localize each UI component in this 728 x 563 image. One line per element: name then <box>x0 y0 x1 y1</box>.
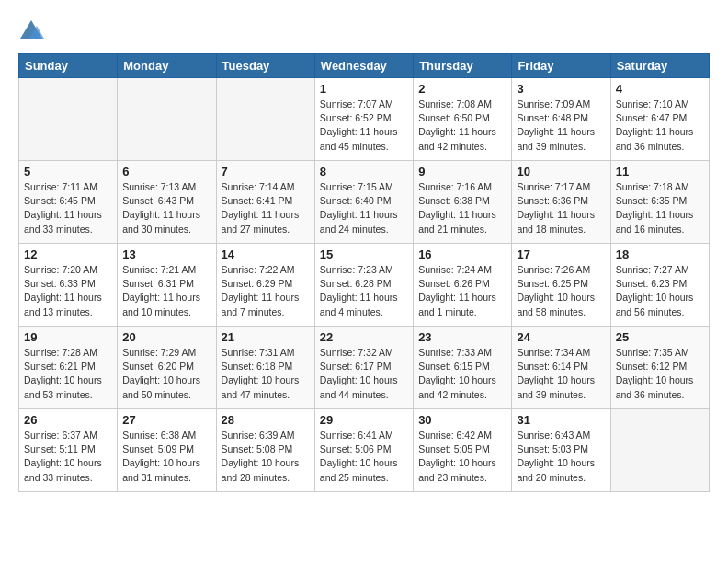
week-row-2: 5Sunrise: 7:11 AM Sunset: 6:45 PM Daylig… <box>19 161 710 244</box>
calendar-cell: 17Sunrise: 7:26 AM Sunset: 6:25 PM Dayli… <box>512 244 610 327</box>
day-number: 17 <box>517 247 605 261</box>
day-info: Sunrise: 7:34 AM Sunset: 6:14 PM Dayligh… <box>517 346 605 402</box>
column-header-wednesday: Wednesday <box>314 54 413 78</box>
day-info: Sunrise: 7:31 AM Sunset: 6:18 PM Dayligh… <box>222 346 310 402</box>
day-info: Sunrise: 7:27 AM Sunset: 6:23 PM Dayligh… <box>616 263 704 319</box>
day-info: Sunrise: 7:28 AM Sunset: 6:21 PM Dayligh… <box>24 346 112 402</box>
day-number: 25 <box>616 330 704 344</box>
day-number: 18 <box>616 247 704 261</box>
calendar-cell <box>118 78 216 161</box>
day-info: Sunrise: 6:38 AM Sunset: 5:09 PM Dayligh… <box>122 429 210 485</box>
calendar-cell: 21Sunrise: 7:31 AM Sunset: 6:18 PM Dayli… <box>216 327 314 409</box>
day-number: 1 <box>320 82 408 96</box>
calendar-cell: 4Sunrise: 7:10 AM Sunset: 6:47 PM Daylig… <box>610 78 709 161</box>
calendar-table: SundayMondayTuesdayWednesdayThursdayFrid… <box>18 53 710 492</box>
day-info: Sunrise: 6:42 AM Sunset: 5:05 PM Dayligh… <box>418 429 506 485</box>
calendar-cell: 26Sunrise: 6:37 AM Sunset: 5:11 PM Dayli… <box>19 409 118 492</box>
day-number: 8 <box>320 165 408 178</box>
column-header-sunday: Sunday <box>19 54 118 78</box>
calendar-cell <box>19 78 118 161</box>
header <box>18 18 710 44</box>
day-number: 29 <box>320 413 408 427</box>
day-info: Sunrise: 7:15 AM Sunset: 6:40 PM Dayligh… <box>320 180 408 236</box>
calendar-cell: 1Sunrise: 7:07 AM Sunset: 6:52 PM Daylig… <box>314 78 413 161</box>
day-number: 12 <box>24 247 112 261</box>
calendar-cell: 5Sunrise: 7:11 AM Sunset: 6:45 PM Daylig… <box>19 161 118 244</box>
day-number: 26 <box>24 413 112 427</box>
day-info: Sunrise: 6:39 AM Sunset: 5:08 PM Dayligh… <box>222 429 310 485</box>
day-number: 10 <box>517 165 605 178</box>
calendar-cell: 20Sunrise: 7:29 AM Sunset: 6:20 PM Dayli… <box>118 327 216 409</box>
day-info: Sunrise: 7:07 AM Sunset: 6:52 PM Dayligh… <box>320 98 408 154</box>
column-header-monday: Monday <box>118 54 216 78</box>
day-info: Sunrise: 7:20 AM Sunset: 6:33 PM Dayligh… <box>24 263 112 319</box>
calendar-cell: 10Sunrise: 7:17 AM Sunset: 6:36 PM Dayli… <box>512 161 610 244</box>
day-info: Sunrise: 6:43 AM Sunset: 5:03 PM Dayligh… <box>517 429 605 485</box>
day-number: 20 <box>122 330 210 344</box>
calendar-cell: 6Sunrise: 7:13 AM Sunset: 6:43 PM Daylig… <box>118 161 216 244</box>
logo <box>18 18 48 44</box>
calendar-cell: 7Sunrise: 7:14 AM Sunset: 6:41 PM Daylig… <box>216 161 314 244</box>
day-info: Sunrise: 7:29 AM Sunset: 6:20 PM Dayligh… <box>122 346 210 402</box>
day-info: Sunrise: 7:32 AM Sunset: 6:17 PM Dayligh… <box>320 346 408 402</box>
day-number: 21 <box>222 330 310 344</box>
week-row-4: 19Sunrise: 7:28 AM Sunset: 6:21 PM Dayli… <box>19 327 710 409</box>
week-row-1: 1Sunrise: 7:07 AM Sunset: 6:52 PM Daylig… <box>19 78 710 161</box>
day-info: Sunrise: 7:22 AM Sunset: 6:29 PM Dayligh… <box>222 263 310 319</box>
day-number: 11 <box>616 165 704 178</box>
day-info: Sunrise: 7:24 AM Sunset: 6:26 PM Dayligh… <box>418 263 506 319</box>
day-info: Sunrise: 7:23 AM Sunset: 6:28 PM Dayligh… <box>320 263 408 319</box>
day-number: 15 <box>320 247 408 261</box>
calendar-cell: 19Sunrise: 7:28 AM Sunset: 6:21 PM Dayli… <box>19 327 118 409</box>
day-info: Sunrise: 6:37 AM Sunset: 5:11 PM Dayligh… <box>24 429 112 485</box>
calendar-cell <box>610 409 709 492</box>
calendar-cell: 24Sunrise: 7:34 AM Sunset: 6:14 PM Dayli… <box>512 327 610 409</box>
day-info: Sunrise: 7:18 AM Sunset: 6:35 PM Dayligh… <box>616 180 704 236</box>
day-number: 14 <box>222 247 310 261</box>
calendar-cell: 3Sunrise: 7:09 AM Sunset: 6:48 PM Daylig… <box>512 78 610 161</box>
day-number: 30 <box>418 413 506 427</box>
day-info: Sunrise: 7:16 AM Sunset: 6:38 PM Dayligh… <box>418 180 506 236</box>
day-info: Sunrise: 7:17 AM Sunset: 6:36 PM Dayligh… <box>517 180 605 236</box>
day-number: 28 <box>222 413 310 427</box>
calendar-cell: 8Sunrise: 7:15 AM Sunset: 6:40 PM Daylig… <box>314 161 413 244</box>
calendar-cell <box>216 78 314 161</box>
week-row-5: 26Sunrise: 6:37 AM Sunset: 5:11 PM Dayli… <box>19 409 710 492</box>
day-info: Sunrise: 7:21 AM Sunset: 6:31 PM Dayligh… <box>122 263 210 319</box>
calendar-cell: 16Sunrise: 7:24 AM Sunset: 6:26 PM Dayli… <box>414 244 512 327</box>
calendar-cell: 18Sunrise: 7:27 AM Sunset: 6:23 PM Dayli… <box>610 244 709 327</box>
day-number: 9 <box>418 165 506 178</box>
day-number: 22 <box>320 330 408 344</box>
calendar-cell: 31Sunrise: 6:43 AM Sunset: 5:03 PM Dayli… <box>512 409 610 492</box>
week-row-3: 12Sunrise: 7:20 AM Sunset: 6:33 PM Dayli… <box>19 244 710 327</box>
column-header-saturday: Saturday <box>610 54 709 78</box>
column-header-friday: Friday <box>512 54 610 78</box>
calendar-cell: 14Sunrise: 7:22 AM Sunset: 6:29 PM Dayli… <box>216 244 314 327</box>
day-info: Sunrise: 7:11 AM Sunset: 6:45 PM Dayligh… <box>24 180 112 236</box>
day-number: 13 <box>122 247 210 261</box>
column-header-tuesday: Tuesday <box>216 54 314 78</box>
day-info: Sunrise: 7:14 AM Sunset: 6:41 PM Dayligh… <box>222 180 310 236</box>
calendar-cell: 27Sunrise: 6:38 AM Sunset: 5:09 PM Dayli… <box>118 409 216 492</box>
calendar-cell: 12Sunrise: 7:20 AM Sunset: 6:33 PM Dayli… <box>19 244 118 327</box>
day-info: Sunrise: 7:09 AM Sunset: 6:48 PM Dayligh… <box>517 98 605 154</box>
day-info: Sunrise: 7:35 AM Sunset: 6:12 PM Dayligh… <box>616 346 704 402</box>
calendar-cell: 11Sunrise: 7:18 AM Sunset: 6:35 PM Dayli… <box>610 161 709 244</box>
day-number: 23 <box>418 330 506 344</box>
day-number: 6 <box>122 165 210 178</box>
day-info: Sunrise: 7:08 AM Sunset: 6:50 PM Dayligh… <box>418 98 506 154</box>
day-info: Sunrise: 6:41 AM Sunset: 5:06 PM Dayligh… <box>320 429 408 485</box>
calendar-cell: 9Sunrise: 7:16 AM Sunset: 6:38 PM Daylig… <box>414 161 512 244</box>
calendar-cell: 2Sunrise: 7:08 AM Sunset: 6:50 PM Daylig… <box>414 78 512 161</box>
calendar-cell: 13Sunrise: 7:21 AM Sunset: 6:31 PM Dayli… <box>118 244 216 327</box>
calendar-cell: 23Sunrise: 7:33 AM Sunset: 6:15 PM Dayli… <box>414 327 512 409</box>
day-info: Sunrise: 7:13 AM Sunset: 6:43 PM Dayligh… <box>122 180 210 236</box>
calendar-cell: 15Sunrise: 7:23 AM Sunset: 6:28 PM Dayli… <box>314 244 413 327</box>
calendar-cell: 28Sunrise: 6:39 AM Sunset: 5:08 PM Dayli… <box>216 409 314 492</box>
day-number: 31 <box>517 413 605 427</box>
calendar-cell: 30Sunrise: 6:42 AM Sunset: 5:05 PM Dayli… <box>414 409 512 492</box>
calendar-cell: 29Sunrise: 6:41 AM Sunset: 5:06 PM Dayli… <box>314 409 413 492</box>
day-number: 4 <box>616 82 704 96</box>
day-info: Sunrise: 7:33 AM Sunset: 6:15 PM Dayligh… <box>418 346 506 402</box>
header-row: SundayMondayTuesdayWednesdayThursdayFrid… <box>19 54 710 78</box>
